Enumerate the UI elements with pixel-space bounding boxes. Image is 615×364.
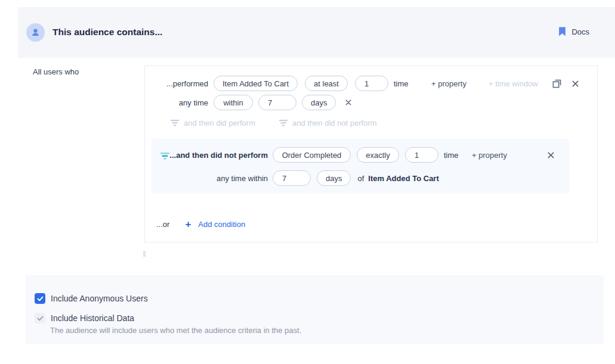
docs-button[interactable]: Docs	[558, 27, 589, 36]
filter-icon	[171, 120, 179, 126]
anchor-event-label: Item Added To Cart	[368, 174, 438, 183]
anonymous-users-option: Include Anonymous Users	[35, 293, 148, 304]
remove-condition-button[interactable]	[572, 80, 579, 87]
sub-window-unit-button[interactable]: days	[317, 170, 351, 186]
check-icon	[37, 296, 44, 301]
event-select-button[interactable]: Item Added To Cart	[214, 76, 298, 91]
historical-description: The audience will include users who met …	[50, 326, 301, 335]
subcondition-window-row: any time within days of Item Added To Ca…	[152, 170, 569, 186]
window-unit-button[interactable]: days	[302, 95, 336, 110]
subcondition-main-row: ...and then did not perform Order Comple…	[152, 147, 569, 163]
duplicate-condition-button[interactable]	[552, 79, 561, 88]
window-value-input[interactable]	[258, 95, 296, 110]
window-mode-button[interactable]: within	[214, 95, 253, 110]
check-icon	[37, 316, 44, 321]
subcondition-box: ...and then did not perform Order Comple…	[152, 139, 569, 194]
time-window-row: any time within days	[145, 95, 597, 110]
person-icon	[30, 27, 41, 38]
include-historical-checkbox[interactable]	[35, 313, 45, 323]
close-icon	[345, 99, 351, 105]
or-row: ...or + Add condition	[156, 216, 245, 232]
plus-icon: +	[185, 219, 191, 229]
performed-condition-row: ...performed Item Added To Cart at least…	[145, 76, 597, 91]
options-section: Include Anonymous Users Include Historic…	[25, 275, 604, 344]
sub-window-value-input[interactable]	[273, 170, 311, 186]
include-anonymous-label: Include Anonymous Users	[51, 294, 148, 303]
performed-label: ...performed	[145, 79, 208, 88]
audience-builder-page: This audience contains... Docs All users…	[0, 0, 615, 364]
filter-icon	[279, 120, 288, 126]
any-time-label: any time	[145, 98, 208, 107]
sub-event-select-button[interactable]: Order Completed	[273, 147, 351, 163]
remove-time-window-button[interactable]	[345, 99, 351, 105]
historical-data-option: Include Historical Data	[35, 313, 134, 323]
count-input[interactable]	[355, 76, 388, 91]
include-anonymous-checkbox[interactable]	[35, 293, 45, 304]
and-then-did-perform-link[interactable]: and then did perform	[171, 119, 255, 127]
page-title: This audience contains...	[52, 27, 162, 38]
of-label: of	[357, 174, 364, 183]
bookmark-icon	[558, 27, 566, 36]
condition-group-panel: ...performed Item Added To Cart at least…	[144, 66, 598, 242]
add-condition-button[interactable]: Add condition	[198, 220, 245, 229]
header-bar: This audience contains... Docs	[18, 7, 615, 58]
avatar	[26, 23, 45, 42]
sequence-links-row: and then did perform and then did not pe…	[171, 115, 377, 130]
all-users-who-label: All users who	[33, 67, 79, 76]
time-label: time	[394, 79, 409, 88]
sub-comparator-button[interactable]: exactly	[357, 147, 399, 163]
filter-icon-active	[160, 151, 169, 162]
group-connector-tick	[143, 251, 146, 257]
close-icon	[572, 80, 579, 87]
or-label: ...or	[156, 220, 169, 229]
sub-time-label: time	[444, 151, 459, 160]
add-time-window-link[interactable]: + time window	[489, 79, 538, 88]
comparator-select-button[interactable]: at least	[305, 76, 348, 91]
any-time-within-label: any time within	[152, 174, 268, 183]
sub-add-property-link[interactable]: + property	[472, 151, 507, 160]
add-property-link[interactable]: + property	[431, 79, 466, 88]
docs-label: Docs	[571, 27, 589, 36]
copy-icon	[552, 79, 561, 88]
include-historical-label: Include Historical Data	[51, 313, 134, 323]
remove-subcondition-button[interactable]	[548, 152, 554, 158]
sub-count-input[interactable]	[405, 147, 438, 163]
close-icon	[548, 152, 554, 158]
and-then-did-not-perform-link[interactable]: and then did not perform	[279, 119, 377, 127]
